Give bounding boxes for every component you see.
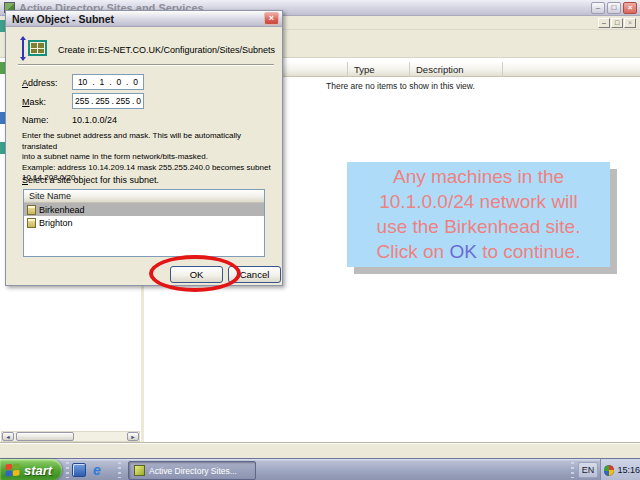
child-close-icon: ×: [624, 18, 636, 28]
child-minimize-icon[interactable]: –: [598, 18, 610, 28]
scroll-left-icon[interactable]: ◄: [2, 432, 14, 441]
octet-dot: .: [109, 77, 111, 87]
name-label: Name:: [22, 115, 49, 125]
subnet-icon-box: [28, 40, 47, 56]
site-row-birkenhead[interactable]: Birkenhead: [24, 203, 264, 216]
restore-icon[interactable]: □: [607, 2, 621, 14]
status-bar: [0, 443, 640, 458]
desktop: Active Directory Sites and Services – □ …: [0, 0, 640, 480]
empty-list-message: There are no items to show in this view.: [326, 81, 475, 91]
annotation-text: Click on: [377, 241, 450, 262]
horizontal-scrollbar[interactable]: ◄ ►: [1, 431, 140, 442]
dialog-titlebar[interactable]: New Object - Subnet ×: [6, 11, 282, 27]
annotation-line: Any machines in the: [347, 164, 610, 189]
site-icon: [27, 205, 36, 215]
ad-task-icon: [134, 465, 145, 476]
start-button[interactable]: start: [0, 459, 62, 480]
site-icon: [27, 218, 36, 228]
scrollbar-thumb[interactable]: [16, 432, 74, 441]
show-desktop-icon[interactable]: [72, 463, 86, 477]
address-label: Address:: [22, 78, 58, 88]
address-octet[interactable]: 10: [78, 77, 87, 87]
windows-flag-icon: [5, 463, 20, 477]
column-header-type[interactable]: Type: [348, 62, 410, 77]
annotation-text: to continue.: [477, 241, 581, 262]
system-tray: 15:16: [600, 459, 640, 480]
site-row-brighton[interactable]: Brighton: [24, 216, 264, 229]
mask-octet[interactable]: 255: [75, 96, 89, 106]
octet-dot: .: [91, 96, 93, 106]
address-octet[interactable]: 1: [100, 77, 105, 87]
separator: [18, 64, 274, 66]
clock: 15:16: [617, 465, 640, 475]
mask-octet[interactable]: 0: [136, 96, 141, 106]
site-list: Site Name Birkenhead Brighton: [23, 189, 265, 257]
octet-dot: .: [92, 77, 94, 87]
annotation-callout: Any machines in the 10.1.0.0/24 network …: [347, 162, 610, 267]
site-name: Birkenhead: [39, 205, 85, 215]
octet-dot: .: [126, 77, 128, 87]
address-octet[interactable]: 0: [116, 77, 121, 87]
taskbar-separator[interactable]: [66, 462, 69, 478]
annotation-line: Click on OK to continue.: [347, 239, 610, 264]
new-object-subnet-dialog: New Object - Subnet × Create in: ES-NET.…: [5, 10, 283, 286]
subnet-icon: [20, 37, 50, 61]
ok-highlight-ellipse: [149, 255, 241, 292]
dialog-title: New Object - Subnet: [12, 13, 114, 25]
task-button-label: Active Directory Sites...: [149, 466, 237, 476]
annotation-line: 10.1.0.0/24 network will: [347, 189, 610, 214]
internet-explorer-icon[interactable]: e: [90, 463, 104, 477]
select-site-label: Select a site object for this subnet.: [22, 175, 159, 185]
annotation-line: use the Birkenhead site.: [347, 214, 610, 239]
mask-input[interactable]: 255 . 255 . 255 . 0: [72, 93, 144, 109]
taskbar: start e Active Directory Sites... EN 15:…: [0, 458, 640, 480]
dialog-close-icon[interactable]: ×: [264, 12, 279, 25]
mask-octet[interactable]: 255: [116, 96, 130, 106]
octet-dot: .: [112, 96, 114, 106]
start-label: start: [24, 463, 52, 478]
scroll-right-icon[interactable]: ►: [127, 432, 139, 441]
address-octet[interactable]: 0: [133, 77, 138, 87]
taskbar-separator[interactable]: [118, 462, 121, 478]
taskbar-task-button[interactable]: Active Directory Sites...: [128, 461, 256, 480]
child-restore-icon[interactable]: □: [611, 18, 623, 28]
octet-dot: .: [132, 96, 134, 106]
subnet-icon-line: [22, 37, 24, 60]
site-list-header[interactable]: Site Name: [24, 190, 264, 203]
language-indicator[interactable]: EN: [578, 462, 598, 478]
tray-color-icon[interactable]: [604, 465, 614, 476]
mask-octet[interactable]: 255: [95, 96, 109, 106]
create-in-label: Create in:: [58, 45, 97, 55]
mask-label: Mask:: [22, 97, 46, 107]
column-header-description[interactable]: Description: [410, 62, 503, 77]
close-icon[interactable]: ×: [623, 2, 637, 14]
create-in-path: ES-NET.CO.UK/Configuration/Sites/Subnets: [98, 45, 275, 55]
annotation-ok-word: OK: [449, 241, 476, 262]
address-input[interactable]: 10 . 1 . 0 . 0: [72, 74, 144, 90]
minimize-icon[interactable]: –: [591, 2, 605, 14]
name-value: 10.1.0.0/24: [72, 115, 117, 125]
site-name: Brighton: [39, 218, 73, 228]
taskbar-separator[interactable]: [571, 462, 574, 478]
column-header-filler: [503, 62, 640, 77]
